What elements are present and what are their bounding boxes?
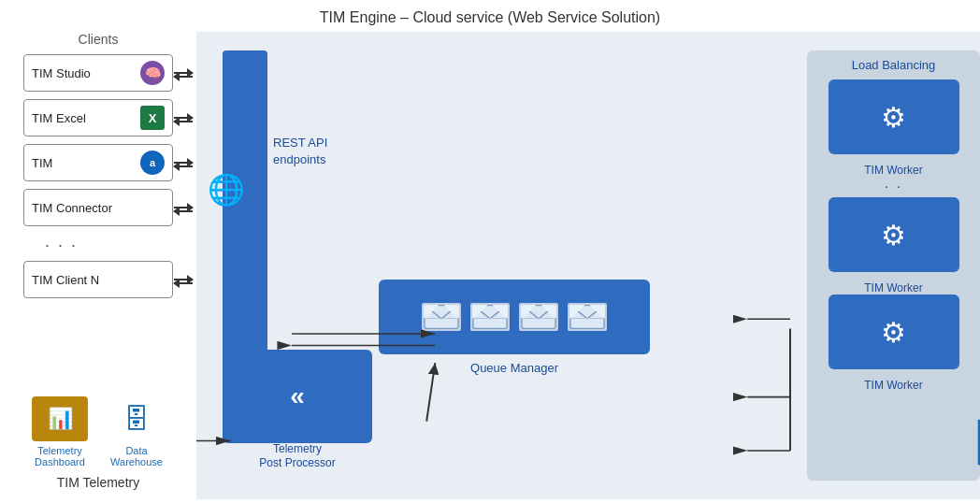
svg-rect-1 <box>473 306 507 329</box>
dashboard-label: TelemetryDashboard <box>35 445 85 467</box>
tpp-box: « TelemetryPost Processor <box>223 350 372 443</box>
arrow-alteryx-left <box>174 165 193 167</box>
double-chevron-icon: « <box>290 381 305 411</box>
svg-rect-2 <box>522 306 555 329</box>
dashboard-icon: 📊 <box>32 396 88 441</box>
envelope-4 <box>568 303 607 331</box>
clients-section: Clients TIM Studio 🧠 TIM Excel X TIM a T… <box>0 32 196 499</box>
engine-section: 🌐 REST APIendpoints <box>196 32 980 499</box>
data-warehouse-icon: 🗄 <box>113 396 160 441</box>
telemetry-icons-row: 📊 TelemetryDashboard 🗄 DataWarehouse <box>27 396 169 467</box>
client-label-tim-excel: TIM Excel <box>32 111 86 125</box>
arrow-studio-left <box>174 76 193 78</box>
client-dots: · · · <box>45 236 78 255</box>
telemetry-dashboard-item: 📊 TelemetryDashboard <box>27 396 93 467</box>
worker-label-3: TIM Worker <box>864 379 922 392</box>
worker-dots: · · <box>885 179 902 195</box>
svg-rect-0 <box>425 306 458 329</box>
load-balancing-section: Load Balancing ⚙ TIM Worker · · ⚙ TIM Wo… <box>807 50 980 481</box>
svg-rect-3 <box>570 306 604 329</box>
client-tim-connector: TIM Connector <box>23 189 173 226</box>
envelope-3 <box>519 303 558 331</box>
client-label-tim-n: TIM Client N <box>32 273 99 287</box>
worker-box-1: ⚙ <box>829 79 959 154</box>
brain-icon: 🧠 <box>140 61 165 85</box>
worker-box-3: ⚙ <box>829 295 959 369</box>
queue-manager-box: Queue Manager <box>379 280 650 354</box>
load-balancing-title: Load Balancing <box>852 58 936 72</box>
client-label-tim-connector: TIM Connector <box>32 201 112 215</box>
envelope-1 <box>422 303 461 331</box>
arrow-n-left <box>174 282 193 284</box>
client-tim-excel: TIM Excel X <box>23 99 173 137</box>
worker-box-2: ⚙ <box>829 197 959 272</box>
worker-label-2: TIM Worker <box>864 281 922 295</box>
client-tim-studio: TIM Studio 🧠 <box>23 54 173 92</box>
telemetry-title: TIM Telemetry <box>57 475 139 490</box>
database-icon: 🗄 <box>969 417 980 473</box>
arrow-excel-left <box>174 121 193 122</box>
data-warehouse-item: 🗄 DataWarehouse <box>104 396 169 467</box>
arrow-connector-left <box>174 210 193 212</box>
clients-title: Clients <box>79 32 119 47</box>
client-tim-n: TIM Client N <box>23 261 173 298</box>
gear-icon-1: ⚙ <box>881 101 906 134</box>
telemetry-section: 📊 TelemetryDashboard 🗄 DataWarehouse TIM… <box>0 396 196 490</box>
data-warehouse-label: DataWarehouse <box>110 445 163 467</box>
alteryx-icon: a <box>140 151 165 175</box>
worker-label-1: TIM Worker <box>864 164 922 177</box>
main-title: TIM Engine – Cloud service (Web Service … <box>0 0 980 32</box>
rest-api-label: REST APIendpoints <box>273 135 327 168</box>
envelope-2 <box>470 303 510 331</box>
gear-icon-2: ⚙ <box>881 219 906 252</box>
client-label-tim-studio: TIM Studio <box>32 66 91 80</box>
svg-line-14 <box>426 363 435 422</box>
excel-icon: X <box>140 106 165 130</box>
client-tim-alteryx: TIM a <box>23 144 173 181</box>
client-label-tim-alteryx: TIM <box>32 156 52 170</box>
globe-icon: 🌐 <box>208 172 245 208</box>
tpp-label: TelemetryPost Processor <box>259 442 335 471</box>
queue-manager-label: Queue Manager <box>470 361 558 375</box>
gear-icon-3: ⚙ <box>881 316 906 349</box>
